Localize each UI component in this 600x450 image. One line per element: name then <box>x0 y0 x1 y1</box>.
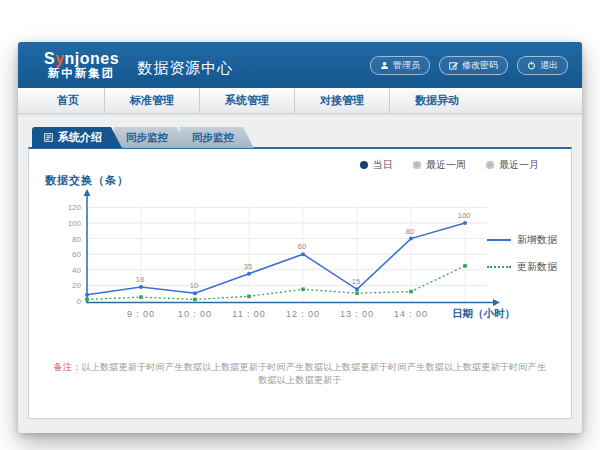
chart-panel: 当日 最近一周 最近一月 数据交换（条） 0204060801001209：00… <box>28 147 572 419</box>
tab-system-intro[interactable]: 系统介绍 <box>32 127 122 148</box>
svg-text:18: 18 <box>136 275 144 284</box>
nav-item-interface-mgmt[interactable]: 对接管理 <box>295 88 390 113</box>
nav-item-system-mgmt[interactable]: 系统管理 <box>200 88 295 113</box>
logo-accent: y <box>55 50 64 67</box>
user-area: 管理员 修改密码 退出 <box>370 56 568 75</box>
main-nav: 首页 标准管理 系统管理 对接管理 数据异动 <box>18 88 582 114</box>
legend-label: 更新数据 <box>517 260 557 274</box>
legend-label: 新增数据 <box>517 233 557 247</box>
radio-label: 最近一周 <box>426 158 466 172</box>
svg-text:80: 80 <box>72 235 81 244</box>
document-icon <box>44 132 53 144</box>
svg-text:60: 60 <box>72 250 81 259</box>
radio-label: 最近一月 <box>499 158 539 172</box>
svg-text:9：00: 9：00 <box>127 309 155 319</box>
radio-icon <box>486 161 494 169</box>
chart-wrap: 0204060801001209：0010：0011：0012：0013：001… <box>41 189 523 345</box>
note-text: 以上数据更新于时间产生数据以上数据更新于时间产生数据以上数据更新于时间产生数据以… <box>81 362 546 385</box>
tab-label: 系统介绍 <box>58 130 102 145</box>
edit-icon <box>449 61 458 70</box>
radio-today[interactable]: 当日 <box>360 158 393 172</box>
svg-text:80: 80 <box>406 227 414 236</box>
svg-text:40: 40 <box>72 266 81 275</box>
page-title: 数据资源中心 <box>137 53 233 78</box>
tab-bar: 系统介绍 同步监控 同步监控 <box>28 126 572 148</box>
app-header: Synjones 新中新集团 数据资源中心 管理员 修改密码 退出 <box>18 42 582 88</box>
content-area: 系统介绍 同步监控 同步监控 当日 最近一周 <box>18 114 582 419</box>
footer-note: 备注：以上数据更新于时间产生数据以上数据更新于时间产生数据以上数据更新于时间产生… <box>29 361 571 387</box>
legend-item-updated-data[interactable]: 更新数据 <box>487 260 557 274</box>
tab-label: 同步监控 <box>192 131 234 145</box>
radio-icon <box>413 161 421 169</box>
logo-text: njones <box>65 50 120 67</box>
svg-text:0: 0 <box>77 297 82 306</box>
app-window: Synjones 新中新集团 数据资源中心 管理员 修改密码 退出 <box>18 42 582 433</box>
logout-label: 退出 <box>540 59 558 72</box>
change-password-label: 修改密码 <box>462 59 498 72</box>
radio-last-month[interactable]: 最近一月 <box>486 158 539 172</box>
svg-text:100: 100 <box>458 211 471 220</box>
time-range-filter: 当日 最近一周 最近一月 <box>360 158 539 172</box>
svg-text:10：00: 10：00 <box>178 309 212 319</box>
nav-item-standard-mgmt[interactable]: 标准管理 <box>105 88 200 113</box>
svg-text:10: 10 <box>190 281 198 290</box>
svg-text:12：00: 12：00 <box>286 309 320 319</box>
svg-text:13：00: 13：00 <box>340 309 374 319</box>
tab-sync-monitor-2[interactable]: 同步监控 <box>180 127 254 148</box>
admin-user-button[interactable]: 管理员 <box>370 56 430 75</box>
svg-text:14：00: 14：00 <box>394 309 428 319</box>
nav-item-data-change[interactable]: 数据异动 <box>390 88 484 113</box>
logo-chinese: 新中新集团 <box>44 67 119 79</box>
svg-text:60: 60 <box>298 242 306 251</box>
svg-text:20: 20 <box>72 281 81 290</box>
radio-label: 当日 <box>373 158 393 172</box>
user-icon <box>380 61 389 70</box>
svg-text:120: 120 <box>68 203 82 212</box>
logo-english: Synjones <box>44 51 119 68</box>
line-chart: 0204060801001209：0010：0011：0012：0013：001… <box>41 189 523 341</box>
admin-user-label: 管理员 <box>393 59 420 72</box>
dotted-line-swatch-icon <box>487 266 511 268</box>
legend-item-new-data[interactable]: 新增数据 <box>487 233 557 247</box>
radio-last-week[interactable]: 最近一周 <box>413 158 466 172</box>
tab-label: 同步监控 <box>126 131 168 145</box>
company-logo: Synjones 新中新集团 <box>44 51 119 80</box>
y-axis-title: 数据交换（条） <box>45 173 129 188</box>
tab-sync-monitor-1[interactable]: 同步监控 <box>114 127 188 148</box>
change-password-button[interactable]: 修改密码 <box>439 56 508 75</box>
svg-text:100: 100 <box>68 219 82 228</box>
note-prefix: 备注： <box>54 362 82 372</box>
svg-text:11：00: 11：00 <box>232 309 265 319</box>
svg-text:15: 15 <box>352 277 360 286</box>
logout-button[interactable]: 退出 <box>517 56 568 75</box>
nav-item-home[interactable]: 首页 <box>32 88 105 113</box>
chart-legend: 新增数据 更新数据 <box>487 233 557 274</box>
logo-text: S <box>44 50 55 67</box>
power-icon <box>527 61 536 70</box>
line-swatch-icon <box>487 239 511 241</box>
svg-text:35: 35 <box>244 262 252 271</box>
svg-text:日期（小时）: 日期（小时） <box>452 307 515 320</box>
radio-icon <box>360 161 368 169</box>
